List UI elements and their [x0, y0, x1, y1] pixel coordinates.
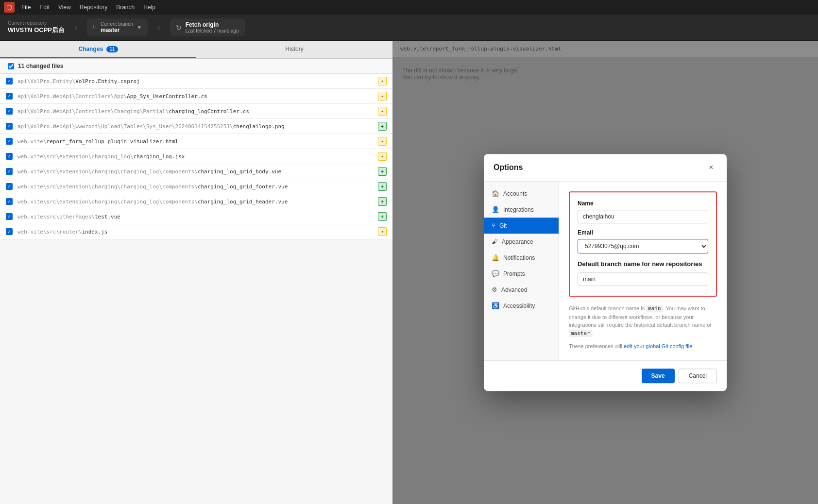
app-logo[interactable]: ⬡	[4, 2, 15, 13]
menu-view[interactable]: View	[54, 2, 75, 13]
file-checkbox[interactable]	[6, 123, 13, 130]
integrations-icon: 👤	[492, 206, 499, 213]
file-item[interactable]: web.vite\src\extension\charging\charging…	[0, 164, 392, 179]
file-checkbox[interactable]	[6, 168, 13, 175]
dialog-content: Name Email 527993075@qq.com Default bran…	[559, 182, 727, 360]
name-label: Name	[578, 200, 708, 207]
sidebar-item-accessibility[interactable]: ♿Accessibility	[484, 298, 559, 314]
changes-badge: 11	[106, 46, 118, 52]
file-checkbox[interactable]	[6, 183, 13, 190]
file-status-badge: •	[378, 92, 387, 101]
master-code: master	[569, 330, 592, 337]
file-item[interactable]: web.vite\src\extension\charging_log\char…	[0, 149, 392, 164]
dialog-body: 🏠Accounts👤Integrations⑂Git🖌Appearance🔔No…	[484, 182, 727, 360]
file-status-badge: •	[378, 107, 387, 116]
changed-files-count: 11 changed files	[18, 63, 63, 69]
edit-config-text: These preferences will edit your global …	[569, 342, 717, 351]
file-path: web.vite\src\extension\charging\charging…	[17, 199, 378, 205]
close-button[interactable]: ×	[705, 162, 717, 173]
file-path: web.vite\src\extension\charging\charging…	[17, 168, 378, 175]
branch-name: master	[101, 27, 133, 34]
fetch-icon: ↻	[176, 24, 182, 32]
file-item[interactable]: web.vite\report_form_rollup-plugin-visua…	[0, 134, 392, 149]
file-item[interactable]: web.vite\src\extension\charging\charging…	[0, 194, 392, 209]
main-code: main	[646, 305, 663, 312]
fetch-title: Fetch origin	[186, 21, 239, 28]
name-input[interactable]	[578, 210, 708, 223]
file-path: web.vite\src\router\index.js	[17, 229, 378, 235]
tabs-row: Changes 11 History	[0, 41, 392, 59]
file-item[interactable]: api\VolPro.WebApi\Controllers\Charging\P…	[0, 104, 392, 119]
file-checkbox[interactable]	[6, 198, 13, 205]
default-branch-title: Default branch name for new repositories	[578, 260, 708, 268]
menu-file[interactable]: File	[17, 2, 34, 13]
accounts-icon: 🏠	[492, 190, 499, 197]
repo-info: Current repository WIVSTN OCPP后台	[8, 20, 65, 34]
sidebar-label-accessibility: Accessibility	[503, 302, 535, 309]
file-path: api\VolPro.Entity\VolPro.Entity.csproj	[17, 78, 378, 84]
file-path: api\VolPro.WebApi\Controllers\Charging\P…	[17, 108, 378, 115]
sidebar-item-prompts[interactable]: 💬Prompts	[484, 266, 559, 282]
file-item[interactable]: api\VolPro.WebApi\wwwroot\Upload\Tables\…	[0, 119, 392, 134]
repo-name: WIVSTN OCPP后台	[8, 26, 65, 34]
default-branch-input[interactable]	[578, 272, 708, 286]
menu-edit[interactable]: Edit	[35, 2, 53, 13]
sidebar-item-accounts[interactable]: 🏠Accounts	[484, 185, 559, 202]
prompts-icon: 💬	[492, 270, 499, 277]
accessibility-icon: ♿	[492, 302, 499, 309]
sidebar-item-advanced[interactable]: ⚙Advanced	[484, 282, 559, 298]
menu-repository[interactable]: Repository	[76, 2, 111, 13]
file-checkbox[interactable]	[6, 93, 13, 100]
sidebar-item-notifications[interactable]: 🔔Notifications	[484, 250, 559, 266]
file-checkbox[interactable]	[6, 213, 13, 220]
file-status-badge: •	[378, 227, 387, 236]
sidebar-item-appearance[interactable]: 🖌Appearance	[484, 234, 559, 250]
edit-config-link[interactable]: edit your global Git config file	[624, 343, 692, 349]
file-checkbox[interactable]	[6, 228, 13, 235]
sidebar-item-integrations[interactable]: 👤Integrations	[484, 202, 559, 218]
sidebar-label-prompts: Prompts	[503, 270, 525, 277]
tab-changes[interactable]: Changes 11	[0, 41, 196, 58]
sidebar-item-git[interactable]: ⑂Git	[484, 218, 559, 234]
file-checkbox[interactable]	[6, 138, 13, 145]
file-path: web.vite\src\otherPages\test.vue	[17, 214, 378, 220]
branch-icon: ⑂	[93, 24, 97, 32]
cancel-button[interactable]: Cancel	[679, 369, 717, 383]
file-status-badge: •	[378, 137, 387, 146]
tab-history[interactable]: History	[196, 41, 392, 58]
email-label: Email	[578, 229, 708, 236]
repo-label: Current repository	[8, 20, 65, 26]
git-icon: ⑂	[492, 222, 495, 229]
file-item[interactable]: web.vite\src\router\index.js•	[0, 224, 392, 239]
file-status-badge: •	[378, 152, 387, 161]
sidebar-label-notifications: Notifications	[503, 254, 535, 261]
save-button[interactable]: Save	[642, 369, 675, 383]
menu-branch[interactable]: Branch	[112, 2, 138, 13]
file-status-badge: +	[378, 182, 387, 191]
fetch-subtitle: Last fetched 7 hours ago	[186, 28, 239, 34]
select-all-checkbox[interactable]	[8, 63, 14, 69]
git-settings-section: Name Email 527993075@qq.com Default bran…	[569, 191, 717, 297]
title-bar: Current repository WIVSTN OCPP后台 › ⑂ Cur…	[0, 15, 818, 41]
advanced-icon: ⚙	[492, 286, 497, 293]
fetch-button[interactable]: ↻ Fetch origin Last fetched 7 hours ago	[170, 18, 245, 36]
file-path: api\VolPro.WebApi\wwwroot\Upload\Tables\…	[17, 123, 378, 130]
email-select[interactable]: 527993075@qq.com	[578, 239, 708, 253]
file-item[interactable]: api\VolPro.Entity\VolPro.Entity.csproj•	[0, 74, 392, 89]
file-item[interactable]: web.vite\src\otherPages\test.vue+	[0, 209, 392, 224]
file-item[interactable]: web.vite\src\extension\charging\charging…	[0, 179, 392, 194]
menu-help[interactable]: Help	[139, 2, 159, 13]
file-status-badge: +	[378, 122, 387, 131]
file-checkbox[interactable]	[6, 108, 13, 115]
dialog-title: Options	[494, 163, 523, 172]
main-area: Changes 11 History 11 changed files api\…	[0, 41, 818, 504]
file-status-badge: •	[378, 77, 387, 85]
branch-selector[interactable]: ⑂ Current branch master ▼	[87, 18, 148, 36]
dialog-footer: Save Cancel	[484, 360, 727, 391]
file-status-badge: +	[378, 197, 387, 206]
sidebar-label-integrations: Integrations	[503, 206, 534, 213]
file-checkbox[interactable]	[6, 153, 13, 160]
file-item[interactable]: api\VolPro.WebApi\Controllers\App\App_Sy…	[0, 89, 392, 104]
file-checkbox[interactable]	[6, 78, 13, 84]
sidebar-label-accounts: Accounts	[503, 190, 527, 197]
